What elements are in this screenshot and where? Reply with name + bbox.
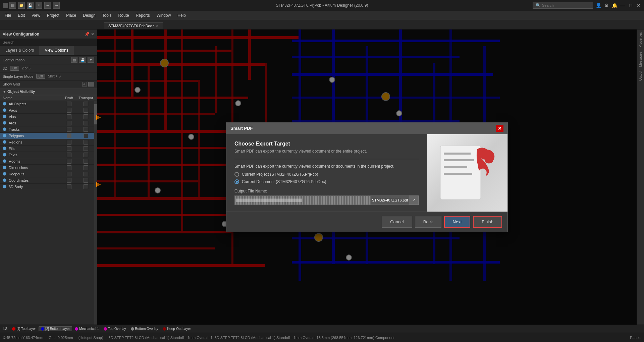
- open-btn[interactable]: 📁: [18, 2, 25, 9]
- obj-draft-check[interactable]: [67, 114, 71, 119]
- obj-row-rooms[interactable]: ⬤ Rooms: [0, 158, 97, 165]
- close-btn[interactable]: ✕: [636, 3, 641, 8]
- obj-row-3dbody[interactable]: ⬤ 3D Body: [0, 184, 97, 190]
- finish-button[interactable]: Finish: [473, 216, 502, 228]
- obj-transp-check[interactable]: [84, 114, 88, 119]
- obj-transp-check[interactable]: [84, 153, 88, 157]
- layer-keepout[interactable]: Keep-Out Layer: [161, 327, 193, 331]
- undo-btn[interactable]: ↩: [44, 2, 51, 9]
- obj-draft-check[interactable]: [67, 133, 71, 138]
- panels-label[interactable]: Panels: [630, 336, 641, 340]
- obj-draft-check[interactable]: [67, 102, 71, 106]
- radio-btn-document[interactable]: [234, 179, 239, 184]
- config-save-btn[interactable]: 💾: [79, 57, 86, 63]
- layer-bottom-overlay[interactable]: Bottom Overlay: [129, 327, 160, 331]
- pin-icon[interactable]: 📌: [85, 32, 90, 37]
- minimize-btn[interactable]: —: [620, 3, 625, 8]
- grid-color-swatch[interactable]: [88, 82, 94, 87]
- obj-row-regions[interactable]: ⬤ Regions: [0, 139, 97, 146]
- right-panel-messages[interactable]: Messages: [638, 50, 643, 68]
- save-btn[interactable]: 💾: [27, 2, 34, 9]
- obj-row-texts[interactable]: ⬤ Texts: [0, 152, 97, 158]
- right-panel-properties[interactable]: Properties: [638, 31, 643, 49]
- menu-window[interactable]: Window: [153, 12, 174, 19]
- obj-draft-check[interactable]: [67, 178, 71, 183]
- obj-row-all-objects[interactable]: ⬤ All Objects: [0, 101, 97, 107]
- obj-draft-check[interactable]: [67, 165, 71, 170]
- close-panel-icon[interactable]: ✕: [91, 32, 94, 37]
- obj-row-polygons[interactable]: ⬤ Polygons: [0, 133, 97, 139]
- obj-draft-check[interactable]: [67, 184, 71, 189]
- user-icon[interactable]: 👤: [596, 3, 601, 8]
- maximize-btn[interactable]: □: [628, 3, 633, 8]
- layer-ls[interactable]: LS: [1, 327, 9, 331]
- obj-transp-check[interactable]: [84, 140, 88, 145]
- obj-draft-check[interactable]: [67, 172, 71, 176]
- show-grid-check[interactable]: ✓: [82, 82, 87, 87]
- panel-search-input[interactable]: [0, 39, 97, 46]
- obj-transp-check[interactable]: [84, 102, 88, 106]
- single-layer-toggle[interactable]: Off: [36, 74, 45, 79]
- obj-draft-check[interactable]: [67, 140, 71, 145]
- object-visibility-section[interactable]: ▼ Object Visibility: [0, 88, 97, 95]
- obj-row-fills[interactable]: ⬤ Fills: [0, 146, 97, 152]
- menu-project[interactable]: Project: [44, 12, 63, 19]
- 3d-toggle-btn[interactable]: Off: [10, 66, 19, 71]
- menu-view[interactable]: View: [28, 12, 44, 19]
- search-input[interactable]: [542, 3, 589, 7]
- notifications-icon[interactable]: 🔔: [612, 3, 617, 8]
- search-bar[interactable]: 🔍: [533, 2, 593, 9]
- obj-draft-check[interactable]: [67, 121, 71, 125]
- menu-reports[interactable]: Reports: [132, 12, 153, 19]
- menu-route[interactable]: Route: [115, 12, 132, 19]
- obj-row-vias[interactable]: ⬤ Vias: [0, 114, 97, 120]
- menu-place[interactable]: Place: [63, 12, 79, 19]
- tab-close-icon[interactable]: ✕: [156, 24, 159, 28]
- obj-transp-check[interactable]: [84, 184, 88, 189]
- config-menu-btn[interactable]: ▼: [88, 57, 94, 63]
- tab-layers-colors[interactable]: Layers & Colors: [0, 46, 39, 55]
- output-browse-button[interactable]: ↗: [409, 195, 419, 205]
- obj-row-arcs[interactable]: ⬤ Arcs: [0, 120, 97, 126]
- right-panel-output[interactable]: Output: [638, 69, 643, 82]
- obj-transp-check[interactable]: [84, 121, 88, 125]
- layer-top[interactable]: [1] Top Layer: [10, 327, 38, 331]
- tab-pcb[interactable]: STM32F407ZGT6.PcbDoc * ✕: [104, 22, 163, 29]
- menu-edit[interactable]: Edit: [14, 12, 28, 19]
- dialog-close-button[interactable]: ✕: [496, 125, 503, 132]
- obj-transp-check[interactable]: [84, 146, 88, 151]
- obj-row-coordinates[interactable]: ⬤ Coordinates: [0, 177, 97, 184]
- layer-top-overlay[interactable]: Top Overlay: [102, 327, 128, 331]
- obj-draft-check[interactable]: [67, 153, 71, 157]
- obj-transp-check[interactable]: [84, 159, 88, 164]
- print-btn[interactable]: ⎙: [36, 2, 42, 9]
- menu-file[interactable]: File: [1, 12, 14, 19]
- obj-transp-check[interactable]: [84, 165, 88, 170]
- scrollbar[interactable]: [94, 101, 97, 325]
- menu-help[interactable]: Help: [174, 12, 189, 19]
- obj-draft-check[interactable]: [67, 108, 71, 113]
- obj-draft-check[interactable]: [67, 159, 71, 164]
- radio-option-document[interactable]: Current Document (STM32F407ZGT6.PcbDoc): [234, 179, 419, 184]
- tab-view-options[interactable]: View Options: [39, 46, 73, 55]
- layer-bottom[interactable]: [2] Bottom Layer: [39, 326, 72, 331]
- cancel-button[interactable]: Cancel: [382, 216, 412, 228]
- layer-mech1[interactable]: Mechanical 1: [73, 327, 101, 331]
- obj-transp-check[interactable]: [84, 178, 88, 183]
- next-button[interactable]: Next: [444, 216, 471, 228]
- obj-row-pads[interactable]: ⬤ Pads: [0, 107, 97, 114]
- obj-draft-check[interactable]: [67, 146, 71, 151]
- obj-transp-check[interactable]: [84, 133, 88, 138]
- settings-icon[interactable]: ⚙: [604, 3, 609, 8]
- menu-design[interactable]: Design: [79, 12, 99, 19]
- radio-btn-project[interactable]: [234, 172, 239, 177]
- config-icon-btn1[interactable]: ▤: [71, 57, 77, 63]
- obj-transp-check[interactable]: [84, 127, 88, 132]
- obj-row-tracks[interactable]: ⬤ Tracks: [0, 126, 97, 133]
- menu-tools[interactable]: Tools: [99, 12, 115, 19]
- obj-transp-check[interactable]: [84, 172, 88, 176]
- obj-row-keepouts[interactable]: ⬤ Keepouts: [0, 171, 97, 177]
- obj-transp-check[interactable]: [84, 108, 88, 113]
- obj-draft-check[interactable]: [67, 127, 71, 132]
- redo-btn[interactable]: ↪: [53, 2, 60, 9]
